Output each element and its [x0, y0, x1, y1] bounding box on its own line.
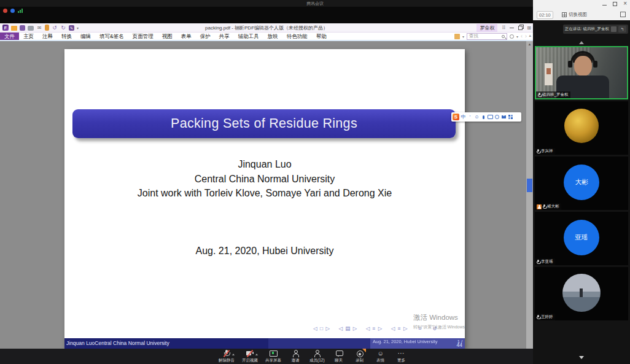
control-label: 录制: [356, 358, 364, 363]
find-next-icon[interactable]: ›: [525, 33, 527, 39]
toolbox-icon[interactable]: [508, 114, 513, 120]
slide-page: Packing Sets of Residue Rings Jinquan Lu…: [64, 49, 465, 349]
participant-name: 褚大彬: [547, 204, 559, 209]
layout-grid-icon: [562, 12, 567, 17]
gear-icon[interactable]: [510, 34, 514, 39]
scroll-up-icon[interactable]: ▲: [526, 41, 533, 48]
participant-tile-3[interactable]: 亚瑶李亚瑶: [535, 212, 628, 265]
avatar: 大彬: [564, 165, 599, 200]
pdf-menubar: 文件主页注释转换编辑填写&签名页面管理视图表单保护共享辅助工具放映特色功能帮助 …: [0, 33, 533, 41]
account-name[interactable]: 罗金权: [476, 24, 497, 32]
control-label: 表情: [376, 358, 384, 363]
skin-icon[interactable]: [501, 114, 507, 120]
menu-tab-9[interactable]: 保护: [196, 33, 215, 40]
menu-tab-0[interactable]: 文件: [0, 33, 19, 40]
find-input[interactable]: 查找: [467, 33, 507, 40]
search-icon[interactable]: [502, 35, 505, 38]
invite-button[interactable]: 邀请: [289, 350, 302, 363]
participants-sidebar: 正在讲话: 镜四班_罗金权 ↰ 镜四班_罗金权李兴祥大彬褚大彬亚瑶李亚瑶王婷婷: [533, 20, 630, 364]
vertical-scrollbar[interactable]: ▲: [526, 41, 533, 349]
status-badge: [537, 204, 542, 209]
record-button[interactable]: 录制: [353, 350, 367, 363]
switch-view-button[interactable]: 切换视图: [562, 12, 587, 18]
participant-name-chip: 王婷婷: [535, 314, 555, 320]
slide-joint-work: Joint work with Torleiv Klove, Somaye Ya…: [64, 186, 465, 201]
screen-share-button[interactable]: 共享屏幕: [265, 350, 281, 363]
options-caret-icon[interactable]: [232, 352, 235, 355]
soft-keyboard-icon[interactable]: [488, 114, 493, 120]
menu-tab-8[interactable]: 表单: [177, 33, 196, 40]
footer-date: Aug. 21, 2020, Hubei University: [373, 339, 437, 344]
handwriting-icon[interactable]: [494, 114, 500, 120]
voice-input-icon[interactable]: [481, 114, 486, 120]
tools-icon[interactable]: [454, 34, 460, 39]
participant-name: 李亚瑶: [541, 259, 553, 265]
participant-tile-4[interactable]: 王婷婷: [535, 267, 628, 320]
menu-tab-10[interactable]: 共享: [215, 33, 234, 40]
control-label: 成员(12): [309, 358, 325, 363]
menu-tab-7[interactable]: 视图: [158, 33, 177, 40]
camera-off-button[interactable]: 开启视频: [242, 350, 258, 363]
chat-icon: [335, 350, 343, 357]
emoji-button[interactable]: ☺表情: [374, 350, 387, 363]
punctuation-icon[interactable]: ’: [467, 114, 473, 120]
participant-tile-2[interactable]: 大彬褚大彬: [535, 157, 628, 210]
options-caret-icon[interactable]: [255, 352, 258, 355]
activate-windows-watermark: 激活 Windows 转到“设置”以激活 Windows。: [413, 313, 465, 330]
mic-status-icon: [537, 260, 540, 264]
avatar: [564, 109, 599, 143]
menu-tab-11[interactable]: 辅助工具: [234, 33, 263, 40]
menu-tab-1[interactable]: 主页: [19, 33, 38, 40]
restore-icon[interactable]: [613, 2, 617, 6]
menu-tab-13[interactable]: 特色功能: [282, 33, 312, 40]
chinese-mode-icon[interactable]: 中: [461, 114, 466, 120]
menu-tab-4[interactable]: 编辑: [76, 33, 95, 40]
fullscreen-icon[interactable]: [620, 12, 626, 17]
gear-caret-icon[interactable]: ▾: [516, 34, 518, 39]
mic-status-icon: [538, 93, 541, 97]
menu-tab-2[interactable]: 注释: [38, 33, 57, 40]
find-prev-icon[interactable]: ‹: [521, 33, 523, 39]
speaking-banner-text: 正在讲话: 镜四班_罗金权: [565, 26, 609, 32]
control-label: 更多: [397, 358, 405, 363]
pdf-titlebar: F ✉ ↺ ↻ ✎ ▾ packing.pdf - 福昕PDF编辑器个人版（未经…: [0, 23, 533, 33]
pdf-editor-window: F ✉ ↺ ↻ ✎ ▾ packing.pdf - 福昕PDF编辑器个人版（未经…: [0, 23, 533, 349]
menu-tab-6[interactable]: 页面管理: [128, 33, 158, 40]
emoji-icon[interactable]: ☺: [474, 114, 480, 120]
participant-name: 镜四班_罗金权: [542, 92, 569, 98]
minimize-icon[interactable]: [602, 5, 607, 6]
pdf-minimize-icon[interactable]: [510, 28, 514, 28]
scrollbar-thumb[interactable]: [527, 179, 532, 192]
record-status-icon: [3, 9, 7, 13]
participant-tile-0[interactable]: 镜四班_罗金权: [535, 46, 628, 99]
more-button[interactable]: ⋯更多: [395, 350, 408, 363]
participant-name-chip: 李亚瑶: [535, 258, 555, 265]
collapse-up-icon[interactable]: [579, 39, 584, 44]
pdf-layout-icon[interactable]: ⊞: [527, 25, 531, 31]
collapse-toolbar-icon[interactable]: ▴: [529, 33, 531, 38]
document-area: Packing Sets of Residue Rings Jinquan Lu…: [0, 41, 533, 349]
menu-tab-12[interactable]: 放映: [263, 33, 282, 40]
menu-tab-14[interactable]: 帮助: [312, 33, 331, 40]
footer-middle-segment: [268, 338, 370, 349]
watermark-line1: 激活 Windows: [413, 313, 465, 322]
menu-tab-5[interactable]: 填写&签名: [95, 33, 128, 40]
menu-tab-3[interactable]: 转换: [57, 33, 76, 40]
control-label: 开启视频: [242, 358, 258, 363]
sogou-logo-icon[interactable]: S: [453, 114, 459, 120]
mic-off-button[interactable]: 解除静音: [219, 350, 235, 363]
tools-caret-icon[interactable]: ▾: [462, 34, 464, 39]
apps-grid-icon[interactable]: ⠿: [502, 25, 505, 31]
chat-button[interactable]: 聊天: [332, 350, 346, 363]
participant-tile-1[interactable]: 李兴祥: [535, 101, 628, 155]
watermark-line2: 转到“设置”以激活 Windows。: [413, 324, 465, 330]
slide-footer: Jinquan LuoCentral China Normal Universi…: [64, 338, 465, 349]
scroll-participants-down-icon[interactable]: [579, 356, 584, 362]
sogou-ime-bar[interactable]: S中’☺: [451, 112, 521, 122]
members-button[interactable]: 成员(12): [309, 350, 325, 363]
pdf-restore-icon[interactable]: [518, 26, 523, 30]
close-icon[interactable]: ×: [623, 1, 627, 6]
participant-tiles: 镜四班_罗金权李兴祥大彬褚大彬亚瑶李亚瑶王婷婷: [535, 46, 628, 320]
return-to-share-icon[interactable]: ↰: [618, 26, 626, 33]
participant-name-chip: 镜四班_罗金权: [536, 91, 570, 98]
